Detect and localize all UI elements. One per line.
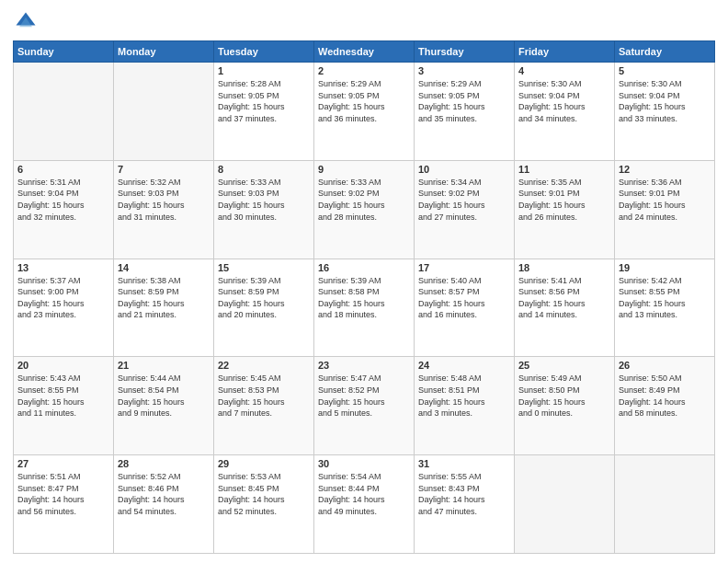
calendar-cell: 2Sunrise: 5:29 AM Sunset: 9:05 PM Daylig… — [314, 63, 415, 161]
page: SundayMondayTuesdayWednesdayThursdayFrid… — [0, 0, 728, 563]
calendar-cell: 26Sunrise: 5:50 AM Sunset: 8:49 PM Dayli… — [615, 357, 715, 455]
calendar-week-row: 27Sunrise: 5:51 AM Sunset: 8:47 PM Dayli… — [14, 455, 715, 554]
calendar-cell: 6Sunrise: 5:31 AM Sunset: 9:04 PM Daylig… — [14, 160, 114, 259]
day-number: 22 — [218, 360, 310, 371]
logo — [13, 9, 40, 35]
calendar-cell — [114, 63, 214, 161]
day-number: 8 — [218, 164, 310, 175]
day-number: 16 — [318, 262, 410, 273]
calendar-cell: 1Sunrise: 5:28 AM Sunset: 9:05 PM Daylig… — [214, 63, 314, 161]
day-info: Sunrise: 5:54 AM Sunset: 8:44 PM Dayligh… — [318, 471, 410, 517]
day-info: Sunrise: 5:42 AM Sunset: 8:55 PM Dayligh… — [619, 275, 711, 321]
calendar-cell: 27Sunrise: 5:51 AM Sunset: 8:47 PM Dayli… — [14, 455, 114, 554]
day-number: 2 — [318, 65, 410, 76]
calendar-cell: 31Sunrise: 5:55 AM Sunset: 8:43 PM Dayli… — [415, 455, 515, 554]
day-number: 18 — [518, 262, 610, 273]
calendar-cell: 3Sunrise: 5:29 AM Sunset: 9:05 PM Daylig… — [415, 63, 515, 161]
day-info: Sunrise: 5:55 AM Sunset: 8:43 PM Dayligh… — [418, 471, 510, 517]
calendar-week-row: 1Sunrise: 5:28 AM Sunset: 9:05 PM Daylig… — [14, 63, 715, 161]
weekday-header: Saturday — [615, 41, 715, 63]
calendar-cell: 10Sunrise: 5:34 AM Sunset: 9:02 PM Dayli… — [415, 160, 515, 259]
calendar-cell: 29Sunrise: 5:53 AM Sunset: 8:45 PM Dayli… — [214, 455, 314, 554]
day-info: Sunrise: 5:40 AM Sunset: 8:57 PM Dayligh… — [418, 275, 510, 321]
day-info: Sunrise: 5:50 AM Sunset: 8:49 PM Dayligh… — [619, 373, 711, 419]
day-info: Sunrise: 5:43 AM Sunset: 8:55 PM Dayligh… — [17, 373, 109, 419]
day-number: 29 — [218, 458, 310, 469]
calendar-cell: 20Sunrise: 5:43 AM Sunset: 8:55 PM Dayli… — [14, 357, 114, 455]
calendar-cell: 7Sunrise: 5:32 AM Sunset: 9:03 PM Daylig… — [114, 160, 214, 259]
day-number: 13 — [17, 262, 109, 273]
day-info: Sunrise: 5:31 AM Sunset: 9:04 PM Dayligh… — [17, 177, 109, 223]
calendar-cell: 30Sunrise: 5:54 AM Sunset: 8:44 PM Dayli… — [314, 455, 415, 554]
day-number: 24 — [418, 360, 510, 371]
weekday-header: Sunday — [14, 41, 114, 63]
day-info: Sunrise: 5:36 AM Sunset: 9:01 PM Dayligh… — [619, 177, 711, 223]
calendar-cell: 13Sunrise: 5:37 AM Sunset: 9:00 PM Dayli… — [14, 259, 114, 357]
day-number: 14 — [118, 262, 210, 273]
day-info: Sunrise: 5:38 AM Sunset: 8:59 PM Dayligh… — [118, 275, 210, 321]
calendar-cell: 19Sunrise: 5:42 AM Sunset: 8:55 PM Dayli… — [615, 259, 715, 357]
day-info: Sunrise: 5:28 AM Sunset: 9:05 PM Dayligh… — [218, 78, 310, 124]
day-number: 4 — [518, 65, 610, 76]
day-number: 31 — [418, 458, 510, 469]
day-number: 5 — [619, 65, 711, 76]
calendar-cell: 22Sunrise: 5:45 AM Sunset: 8:53 PM Dayli… — [214, 357, 314, 455]
day-info: Sunrise: 5:33 AM Sunset: 9:02 PM Dayligh… — [318, 177, 410, 223]
day-number: 17 — [418, 262, 510, 273]
day-number: 27 — [17, 458, 109, 469]
day-number: 30 — [318, 458, 410, 469]
day-info: Sunrise: 5:51 AM Sunset: 8:47 PM Dayligh… — [17, 471, 109, 517]
calendar-cell: 12Sunrise: 5:36 AM Sunset: 9:01 PM Dayli… — [615, 160, 715, 259]
weekday-header-row: SundayMondayTuesdayWednesdayThursdayFrid… — [14, 41, 715, 63]
day-number: 28 — [118, 458, 210, 469]
calendar-cell: 18Sunrise: 5:41 AM Sunset: 8:56 PM Dayli… — [515, 259, 615, 357]
header — [13, 9, 715, 35]
day-info: Sunrise: 5:53 AM Sunset: 8:45 PM Dayligh… — [218, 471, 310, 517]
calendar-week-row: 6Sunrise: 5:31 AM Sunset: 9:04 PM Daylig… — [14, 160, 715, 259]
calendar-week-row: 13Sunrise: 5:37 AM Sunset: 9:00 PM Dayli… — [14, 259, 715, 357]
day-info: Sunrise: 5:45 AM Sunset: 8:53 PM Dayligh… — [218, 373, 310, 419]
logo-icon — [13, 9, 39, 35]
calendar-cell: 9Sunrise: 5:33 AM Sunset: 9:02 PM Daylig… — [314, 160, 415, 259]
day-info: Sunrise: 5:39 AM Sunset: 8:58 PM Dayligh… — [318, 275, 410, 321]
day-info: Sunrise: 5:35 AM Sunset: 9:01 PM Dayligh… — [518, 177, 610, 223]
calendar-week-row: 20Sunrise: 5:43 AM Sunset: 8:55 PM Dayli… — [14, 357, 715, 455]
day-info: Sunrise: 5:37 AM Sunset: 9:00 PM Dayligh… — [17, 275, 109, 321]
calendar-cell: 8Sunrise: 5:33 AM Sunset: 9:03 PM Daylig… — [214, 160, 314, 259]
day-info: Sunrise: 5:32 AM Sunset: 9:03 PM Dayligh… — [118, 177, 210, 223]
day-number: 9 — [318, 164, 410, 175]
day-info: Sunrise: 5:48 AM Sunset: 8:51 PM Dayligh… — [418, 373, 510, 419]
calendar-cell: 11Sunrise: 5:35 AM Sunset: 9:01 PM Dayli… — [515, 160, 615, 259]
calendar-cell: 23Sunrise: 5:47 AM Sunset: 8:52 PM Dayli… — [314, 357, 415, 455]
day-number: 25 — [518, 360, 610, 371]
day-number: 26 — [619, 360, 711, 371]
day-number: 1 — [218, 65, 310, 76]
calendar-cell: 21Sunrise: 5:44 AM Sunset: 8:54 PM Dayli… — [114, 357, 214, 455]
day-info: Sunrise: 5:29 AM Sunset: 9:05 PM Dayligh… — [318, 78, 410, 124]
calendar-cell: 4Sunrise: 5:30 AM Sunset: 9:04 PM Daylig… — [515, 63, 615, 161]
day-info: Sunrise: 5:49 AM Sunset: 8:50 PM Dayligh… — [518, 373, 610, 419]
weekday-header: Wednesday — [314, 41, 415, 63]
day-number: 15 — [218, 262, 310, 273]
day-number: 6 — [17, 164, 109, 175]
day-number: 3 — [418, 65, 510, 76]
calendar-cell: 14Sunrise: 5:38 AM Sunset: 8:59 PM Dayli… — [114, 259, 214, 357]
day-info: Sunrise: 5:30 AM Sunset: 9:04 PM Dayligh… — [518, 78, 610, 124]
day-info: Sunrise: 5:39 AM Sunset: 8:59 PM Dayligh… — [218, 275, 310, 321]
day-number: 19 — [619, 262, 711, 273]
calendar-cell: 24Sunrise: 5:48 AM Sunset: 8:51 PM Dayli… — [415, 357, 515, 455]
day-number: 10 — [418, 164, 510, 175]
calendar-cell: 15Sunrise: 5:39 AM Sunset: 8:59 PM Dayli… — [214, 259, 314, 357]
calendar-cell — [615, 455, 715, 554]
calendar-cell — [515, 455, 615, 554]
day-number: 21 — [118, 360, 210, 371]
day-number: 7 — [118, 164, 210, 175]
day-info: Sunrise: 5:30 AM Sunset: 9:04 PM Dayligh… — [619, 78, 711, 124]
day-info: Sunrise: 5:47 AM Sunset: 8:52 PM Dayligh… — [318, 373, 410, 419]
day-info: Sunrise: 5:33 AM Sunset: 9:03 PM Dayligh… — [218, 177, 310, 223]
day-number: 23 — [318, 360, 410, 371]
weekday-header: Thursday — [415, 41, 515, 63]
calendar-cell: 17Sunrise: 5:40 AM Sunset: 8:57 PM Dayli… — [415, 259, 515, 357]
day-number: 11 — [518, 164, 610, 175]
day-number: 12 — [619, 164, 711, 175]
